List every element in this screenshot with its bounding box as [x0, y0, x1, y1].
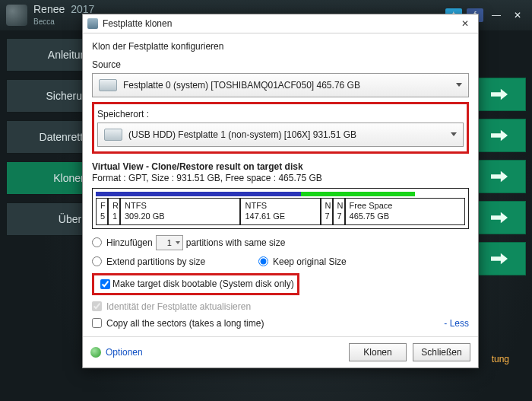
action-button-5[interactable]	[473, 242, 526, 275]
close-icon: ✕	[461, 18, 469, 29]
options-icon	[90, 347, 101, 358]
close-app-icon[interactable]: ✕	[509, 8, 526, 22]
action-column	[473, 70, 526, 275]
source-label: Source	[92, 59, 469, 70]
partition-cell: NTFS 147.61 GE	[240, 198, 320, 225]
partition-bar	[96, 192, 465, 196]
dialog-icon	[87, 18, 98, 29]
radio-keep[interactable]	[258, 256, 268, 266]
virtual-view-format: Format : GPT, Size : 931.51 GB, Free spa…	[92, 173, 469, 183]
option-add-partitions[interactable]: Hinzufügen 1 partitions with same size	[92, 235, 469, 250]
dialog-close-button[interactable]: ✕	[457, 17, 473, 30]
action-button-3[interactable]	[473, 160, 526, 193]
bootable-highlight: Make target disk bootable (System disk o…	[92, 273, 299, 295]
app-logo-icon	[6, 5, 27, 26]
add-count-value: 1	[167, 238, 172, 247]
chevron-down-icon	[451, 132, 457, 136]
destination-disk-select[interactable]: (USB HDD) Festplatte 1 (non-system) [106…	[97, 123, 464, 147]
close-button[interactable]: Schließen	[413, 343, 470, 361]
checkbox-identity	[92, 301, 102, 311]
close-button-label: Schließen	[421, 347, 461, 358]
destination-disk-value: (USB HDD) Festplatte 1 (non-system) [106…	[128, 129, 356, 140]
partition-segment	[219, 192, 292, 196]
destination-label: Speicherort :	[97, 109, 464, 119]
partition-cell: N 7	[321, 198, 333, 225]
partition-cell: R 1	[108, 198, 120, 225]
dialog-title: Festplatte klonen	[103, 18, 172, 29]
dialog-body: Klon der Festplatte konfigurieren Source…	[83, 33, 478, 336]
minimize-icon[interactable]: —	[488, 8, 505, 22]
dialog-subtitle: Klon der Festplatte konfigurieren	[92, 41, 469, 52]
partition-cell: NTFS 309.20 GB	[120, 198, 240, 225]
partition-segment	[105, 192, 219, 196]
opt-keep-label: Keep original Size	[273, 256, 347, 267]
opt-add-suffix: partitions with same size	[186, 237, 286, 248]
virtual-view-title: Virtual View - Clone/Restore result on t…	[92, 161, 469, 172]
less-link[interactable]: - Less	[444, 318, 469, 329]
checkbox-identity-label: Identität der Festplatte aktualisieren	[106, 301, 251, 312]
action-button-2[interactable]	[473, 119, 526, 152]
radio-extend[interactable]	[92, 256, 102, 266]
background-link[interactable]: tung	[492, 354, 509, 364]
checkbox-copyall-row: Copy all the sectors (takes a long time)…	[92, 318, 469, 329]
checkbox-bootable[interactable]	[100, 279, 110, 289]
arrow-right-icon	[491, 129, 508, 142]
partition-row: F 5R 1NTFS 309.20 GBNTFS 147.61 GEN 7N 7…	[96, 198, 465, 225]
partition-cell: N 7	[333, 198, 345, 225]
option-size-row: Extend partitions by size Keep original …	[92, 256, 469, 267]
sidebar-item-label: Über	[59, 213, 81, 225]
arrow-right-icon	[491, 253, 508, 265]
disk-icon	[104, 129, 122, 141]
radio-add[interactable]	[92, 237, 102, 247]
dialog-titlebar: Festplatte klonen ✕	[83, 14, 478, 33]
arrow-right-icon	[491, 88, 508, 100]
action-button-4[interactable]	[473, 201, 526, 234]
arrow-right-icon	[491, 212, 508, 224]
checkbox-copyall-label: Copy all the sectors (takes a long time)	[106, 318, 444, 329]
opt-add-prefix: Hinzufügen	[106, 237, 153, 248]
chevron-down-icon	[456, 83, 462, 87]
partition-segment	[301, 192, 415, 196]
checkbox-identity-row: Identität der Festplatte aktualisieren	[92, 301, 469, 312]
checkbox-bootable-label: Make target disk bootable (System disk o…	[112, 278, 294, 289]
opt-extend-label: Extend partitions by size	[106, 256, 258, 267]
add-count-select[interactable]: 1	[156, 235, 183, 250]
action-button-1[interactable]	[473, 78, 526, 111]
clone-disk-dialog: Festplatte klonen ✕ Klon der Festplatte …	[82, 14, 479, 368]
chevron-down-icon	[176, 241, 180, 244]
checkbox-copy-all[interactable]	[92, 318, 102, 328]
source-disk-select[interactable]: Festplatte 0 (system) [TOSHIBAMQ01ACF050…	[92, 73, 469, 97]
options-link[interactable]: Optionen	[106, 347, 143, 358]
partition-cell: Free Space 465.75 GB	[345, 198, 465, 225]
app-title-sub: Becca	[33, 18, 55, 26]
partition-cell: F 5	[96, 198, 108, 225]
clone-button-label: Klonen	[363, 347, 391, 358]
arrow-right-icon	[491, 170, 508, 183]
clone-button[interactable]: Klonen	[349, 343, 407, 361]
dialog-footer: Optionen Klonen Schließen	[83, 336, 478, 368]
partition-map: F 5R 1NTFS 309.20 GBNTFS 147.61 GEN 7N 7…	[92, 188, 469, 229]
source-disk-value: Festplatte 0 (system) [TOSHIBAMQ01ACF050…	[123, 80, 360, 91]
destination-highlight: Speicherort : (USB HDD) Festplatte 1 (no…	[92, 102, 469, 154]
disk-icon	[99, 79, 117, 91]
app-title-main: Renee	[33, 3, 65, 15]
